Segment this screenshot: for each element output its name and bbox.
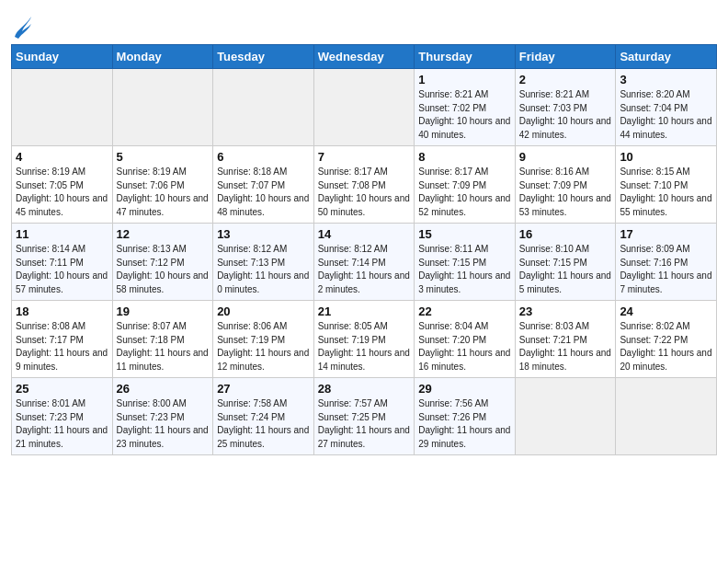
day-info: Sunrise: 8:15 AM Sunset: 7:10 PM Dayligh…: [620, 166, 712, 219]
calendar-cell: 24Sunrise: 8:02 AM Sunset: 7:22 PM Dayli…: [616, 301, 717, 378]
calendar-cell: 29Sunrise: 7:56 AM Sunset: 7:26 PM Dayli…: [415, 378, 516, 455]
calendar-cell: 1Sunrise: 8:21 AM Sunset: 7:02 PM Daylig…: [415, 69, 516, 146]
day-number: 19: [117, 304, 210, 318]
day-number: 21: [318, 304, 411, 318]
day-number: 13: [217, 227, 310, 241]
calendar-cell: 3Sunrise: 8:20 AM Sunset: 7:04 PM Daylig…: [616, 69, 717, 146]
day-info: Sunrise: 8:09 AM Sunset: 7:16 PM Dayligh…: [620, 243, 712, 296]
day-info: Sunrise: 8:03 AM Sunset: 7:21 PM Dayligh…: [519, 320, 612, 373]
day-number: 16: [519, 227, 612, 241]
day-number: 12: [117, 227, 210, 241]
calendar-cell: [313, 69, 415, 146]
day-number: 6: [217, 150, 310, 164]
day-number: 11: [16, 227, 108, 241]
day-info: Sunrise: 8:07 AM Sunset: 7:18 PM Dayligh…: [117, 320, 210, 373]
calendar-cell: 18Sunrise: 8:08 AM Sunset: 7:17 PM Dayli…: [12, 301, 113, 378]
day-info: Sunrise: 8:16 AM Sunset: 7:09 PM Dayligh…: [519, 166, 612, 219]
day-info: Sunrise: 8:06 AM Sunset: 7:19 PM Dayligh…: [217, 320, 310, 373]
calendar-cell: [515, 378, 616, 455]
day-number: 2: [519, 73, 612, 86]
calendar-week-1: 1Sunrise: 8:21 AM Sunset: 7:02 PM Daylig…: [12, 69, 717, 146]
day-number: 1: [418, 73, 511, 86]
day-info: Sunrise: 8:21 AM Sunset: 7:03 PM Dayligh…: [519, 88, 612, 142]
day-number: 7: [318, 150, 411, 164]
day-number: 17: [620, 227, 712, 241]
day-info: Sunrise: 8:05 AM Sunset: 7:19 PM Dayligh…: [318, 320, 411, 373]
calendar-cell: 2Sunrise: 8:21 AM Sunset: 7:03 PM Daylig…: [515, 69, 616, 146]
day-number: 14: [318, 227, 411, 241]
calendar-cell: 26Sunrise: 8:00 AM Sunset: 7:23 PM Dayli…: [112, 378, 213, 455]
day-number: 15: [418, 227, 511, 241]
calendar-cell: 16Sunrise: 8:10 AM Sunset: 7:15 PM Dayli…: [515, 224, 616, 301]
calendar-cell: 22Sunrise: 8:04 AM Sunset: 7:20 PM Dayli…: [415, 301, 516, 378]
calendar-cell: 23Sunrise: 8:03 AM Sunset: 7:21 PM Dayli…: [515, 301, 616, 378]
calendar-cell: 7Sunrise: 8:17 AM Sunset: 7:08 PM Daylig…: [313, 146, 415, 224]
day-info: Sunrise: 8:00 AM Sunset: 7:23 PM Dayligh…: [117, 397, 210, 451]
day-info: Sunrise: 8:08 AM Sunset: 7:17 PM Dayligh…: [16, 320, 108, 373]
day-info: Sunrise: 8:19 AM Sunset: 7:06 PM Dayligh…: [117, 166, 210, 219]
day-info: Sunrise: 8:12 AM Sunset: 7:13 PM Dayligh…: [217, 243, 310, 296]
calendar-cell: 13Sunrise: 8:12 AM Sunset: 7:13 PM Dayli…: [213, 224, 314, 301]
day-number: 18: [16, 304, 108, 318]
day-info: Sunrise: 8:18 AM Sunset: 7:07 PM Dayligh…: [217, 166, 310, 219]
weekday-header-thursday: Thursday: [415, 45, 516, 69]
calendar-cell: [213, 69, 314, 146]
day-info: Sunrise: 8:10 AM Sunset: 7:15 PM Dayligh…: [519, 243, 612, 296]
day-info: Sunrise: 8:04 AM Sunset: 7:20 PM Dayligh…: [418, 320, 511, 373]
day-info: Sunrise: 7:58 AM Sunset: 7:24 PM Dayligh…: [217, 397, 310, 451]
calendar-cell: [12, 69, 113, 146]
day-number: 26: [117, 382, 210, 396]
calendar-cell: 14Sunrise: 8:12 AM Sunset: 7:14 PM Dayli…: [313, 224, 415, 301]
weekday-header-friday: Friday: [515, 45, 616, 69]
day-number: 23: [519, 304, 612, 318]
day-number: 8: [418, 150, 511, 164]
day-number: 25: [16, 382, 108, 396]
day-number: 29: [418, 382, 511, 396]
calendar-cell: 19Sunrise: 8:07 AM Sunset: 7:18 PM Dayli…: [112, 301, 213, 378]
logo-bird-icon: [13, 13, 33, 39]
day-number: 10: [620, 150, 712, 164]
day-info: Sunrise: 7:57 AM Sunset: 7:25 PM Dayligh…: [318, 397, 411, 451]
calendar-cell: 8Sunrise: 8:17 AM Sunset: 7:09 PM Daylig…: [415, 146, 516, 224]
calendar-table: SundayMondayTuesdayWednesdayThursdayFrid…: [11, 44, 717, 455]
calendar-week-2: 4Sunrise: 8:19 AM Sunset: 7:05 PM Daylig…: [12, 146, 717, 224]
day-info: Sunrise: 8:11 AM Sunset: 7:15 PM Dayligh…: [418, 243, 511, 296]
day-info: Sunrise: 7:56 AM Sunset: 7:26 PM Dayligh…: [418, 397, 511, 451]
day-number: 9: [519, 150, 612, 164]
weekday-header-row: SundayMondayTuesdayWednesdayThursdayFrid…: [12, 45, 717, 69]
calendar-cell: 12Sunrise: 8:13 AM Sunset: 7:12 PM Dayli…: [112, 224, 213, 301]
day-info: Sunrise: 8:13 AM Sunset: 7:12 PM Dayligh…: [117, 243, 210, 296]
day-number: 5: [117, 150, 210, 164]
day-info: Sunrise: 8:12 AM Sunset: 7:14 PM Dayligh…: [318, 243, 411, 296]
day-number: 24: [620, 304, 712, 318]
day-number: 27: [217, 382, 310, 396]
calendar-cell: [616, 378, 717, 455]
calendar-page: SundayMondayTuesdayWednesdayThursdayFrid…: [0, 0, 728, 465]
day-info: Sunrise: 8:14 AM Sunset: 7:11 PM Dayligh…: [16, 243, 108, 296]
calendar-cell: 28Sunrise: 7:57 AM Sunset: 7:25 PM Dayli…: [313, 378, 415, 455]
day-number: 3: [620, 73, 712, 86]
day-number: 28: [318, 382, 411, 396]
calendar-cell: 6Sunrise: 8:18 AM Sunset: 7:07 PM Daylig…: [213, 146, 314, 224]
weekday-header-monday: Monday: [112, 45, 213, 69]
day-info: Sunrise: 8:20 AM Sunset: 7:04 PM Dayligh…: [620, 88, 712, 142]
calendar-week-4: 18Sunrise: 8:08 AM Sunset: 7:17 PM Dayli…: [12, 301, 717, 378]
calendar-cell: 17Sunrise: 8:09 AM Sunset: 7:16 PM Dayli…: [616, 224, 717, 301]
day-info: Sunrise: 8:02 AM Sunset: 7:22 PM Dayligh…: [620, 320, 712, 373]
calendar-cell: 4Sunrise: 8:19 AM Sunset: 7:05 PM Daylig…: [12, 146, 113, 224]
day-info: Sunrise: 8:21 AM Sunset: 7:02 PM Dayligh…: [418, 88, 511, 142]
calendar-cell: 25Sunrise: 8:01 AM Sunset: 7:23 PM Dayli…: [12, 378, 113, 455]
calendar-cell: 27Sunrise: 7:58 AM Sunset: 7:24 PM Dayli…: [213, 378, 314, 455]
calendar-cell: [112, 69, 213, 146]
header: [11, 9, 717, 39]
day-info: Sunrise: 8:01 AM Sunset: 7:23 PM Dayligh…: [16, 397, 108, 451]
calendar-week-5: 25Sunrise: 8:01 AM Sunset: 7:23 PM Dayli…: [12, 378, 717, 455]
calendar-cell: 21Sunrise: 8:05 AM Sunset: 7:19 PM Dayli…: [313, 301, 415, 378]
calendar-cell: 9Sunrise: 8:16 AM Sunset: 7:09 PM Daylig…: [515, 146, 616, 224]
day-number: 4: [16, 150, 108, 164]
weekday-header-wednesday: Wednesday: [313, 45, 415, 69]
calendar-cell: 15Sunrise: 8:11 AM Sunset: 7:15 PM Dayli…: [415, 224, 516, 301]
logo: [11, 13, 33, 39]
day-info: Sunrise: 8:17 AM Sunset: 7:08 PM Dayligh…: [318, 166, 411, 219]
day-number: 22: [418, 304, 511, 318]
